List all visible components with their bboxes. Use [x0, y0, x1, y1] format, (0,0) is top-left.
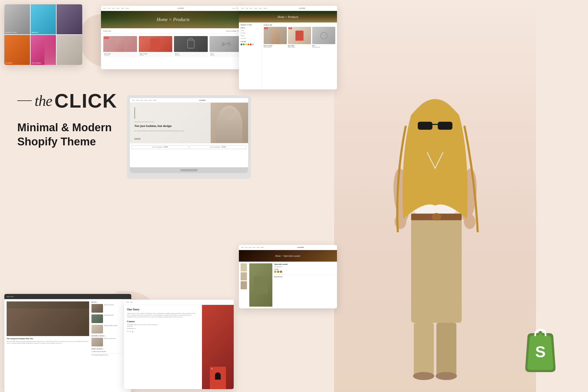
product-card-3: Belt T $110.00: [174, 36, 208, 57]
products-right-breadcrumb: Home > Products: [278, 15, 298, 18]
products-hero: Home > Products: [101, 11, 245, 28]
loyalty-btn-2[interactable]: Join our free loyalty program JOIN NOW: [190, 145, 246, 149]
color-gray: [252, 44, 254, 45]
svg-text:S: S: [535, 343, 546, 360]
product-detail-screenshot: Home Shop Blog Contact Pages Header theC…: [239, 245, 337, 308]
laptop-base: [130, 167, 248, 173]
about-screenshot: Home Shop Our Story "Simple is the best.…: [124, 300, 234, 389]
product-info-3: Belt T $110.00: [174, 52, 208, 57]
pd-color-3: [280, 271, 282, 273]
model-area: [334, 0, 536, 392]
blog-thumb-2: [91, 314, 103, 323]
blogs-section-title: BLOGS ...: [91, 301, 129, 303]
svg-point-3: [432, 213, 441, 221]
product-price-2: $90.00: [140, 55, 171, 56]
pd-nav: Home Shop Blog Contact Pages Header theC…: [239, 245, 337, 250]
hero-headline: Not just fashion, but design: [134, 124, 206, 128]
product-price-4: $85.00: [211, 55, 242, 56]
product-image-3: [174, 36, 208, 52]
products-filters: PRODUCT TYPE Pullovers T-shirts Polo Shi…: [239, 22, 262, 89]
blog-featured-text: Since the 70s stilts and they are going …: [7, 341, 89, 344]
svg-point-16: [436, 372, 457, 380]
grid-item-4: BLAZERS: [4, 35, 30, 65]
pd-color-label: COLOR: [274, 269, 335, 270]
nav-home: Home: [103, 7, 106, 9]
products-sidebar-layout: PRODUCT TYPE Pullovers T-shirts Polo Shi…: [239, 22, 337, 89]
about-social-icons: f t y g: [127, 331, 196, 332]
filter-accessories: Accessories: [241, 37, 260, 39]
color-green-dark: [241, 44, 242, 45]
blog-thumb-1: [91, 304, 103, 313]
loyalty-btn-1[interactable]: Join our free loyalty program JOIN NOW: [132, 145, 188, 149]
nav-header-r: Header: [264, 7, 267, 9]
pd-color-1: [274, 271, 276, 273]
pd-price-3: $110.00 $120.00: [312, 46, 335, 48]
products-count-right: Products (46): [264, 24, 335, 26]
laptop-nav-home: Home: [132, 100, 135, 101]
pd-card-2: SALE Basic T-Shirt $90.00 $100.00: [288, 27, 311, 48]
grid-label-1: KNIVES & TOPS: [5, 32, 17, 33]
related-products-title: Related Products: [274, 275, 335, 277]
nav-pages: Pages: [121, 7, 124, 9]
loyalty-strip: Join our free loyalty program JOIN NOW J…: [130, 143, 248, 151]
blog-content: The Unexpected Summer Piece You Since th…: [4, 299, 131, 392]
nav-blog-r: Blog: [250, 7, 252, 9]
blog-sidebar: BLOGS ... Style tips for summer Fashion …: [91, 301, 129, 390]
product-card-4: Scarf $85.00: [209, 36, 243, 57]
svg-rect-14: [437, 323, 456, 376]
blog-inner: THE STYLE The Unexpected Summer Piece Yo…: [4, 294, 131, 392]
brand-right: theCLICK: [269, 7, 335, 9]
sort-label: Home Ascending: [226, 30, 236, 32]
nav-contact: Contact: [116, 7, 119, 9]
pd-card-3: Belt T $110.00 $120.00: [312, 27, 335, 48]
products-hero-text: Home > Products: [157, 17, 190, 22]
social-facebook: f: [127, 331, 128, 332]
hero-model-image: [211, 103, 248, 143]
laptop-frame: Home Shop Blog Contact Pages Header theC…: [127, 95, 251, 179]
pd-main-image: [249, 263, 272, 307]
pd-product-info: Open-knit sweater $110.00 $135.00 COLOR …: [274, 263, 335, 307]
color-green: [243, 44, 245, 45]
product-price-3: $110.00: [175, 55, 207, 56]
product-card-2: SALE Basic T-Shirt $90.00: [139, 36, 173, 57]
grid-item-6: [57, 35, 82, 65]
pd-thumb-1: [241, 263, 247, 271]
blog-thumb-3: [91, 325, 103, 333]
pd-badge-1: SALE: [264, 27, 268, 29]
brand-section: the CLICK Minimal & Modern Shopify Theme: [17, 89, 117, 149]
blog-featured-title: The Unexpected Summer Piece You: [7, 338, 89, 340]
grid-item-2: DRESSES: [31, 4, 56, 34]
product-info-4: Scarf $85.00: [209, 52, 243, 57]
product-card-1: SALE Basic Shirt $120.00: [103, 36, 137, 57]
about-contact-email: info@theshop.com: [127, 328, 196, 329]
blog-item-ec: Best looks of the season: [91, 338, 129, 346]
filter-pullovers: Pullovers: [241, 27, 260, 29]
about-text-content: Our Story "Simple is the best." they say…: [124, 305, 199, 335]
grid-item-1: KNIVES & TOPS: [4, 4, 30, 34]
pd-hero: Home > Open-knit sweater: [239, 250, 337, 262]
nav-shop-r: Shop: [246, 7, 248, 9]
about-nav: Home Shop: [124, 300, 234, 305]
pd-price-2: $90.00 $100.00: [288, 46, 311, 48]
popular-item-2: The Unexpected Summer Piece You: [91, 354, 129, 356]
brand-the-text: the: [35, 92, 52, 109]
editors-choice-title: Editor's Choice ...: [91, 335, 129, 337]
loyalty-text-1: Join our free loyalty program: [152, 147, 162, 148]
grid-screenshot: KNIVES & TOPS DRESSES BLAZERS POLO SHIRT…: [4, 4, 82, 65]
products-nav-links: Home Shop Blog Contact Pages Header: [103, 7, 129, 9]
popular-post-title: Popular Post ...: [91, 348, 129, 350]
color-swatches: [241, 44, 260, 45]
pd-thumb-3: [241, 281, 247, 289]
product-image-2: SALE: [139, 36, 173, 52]
laptop-container: Home Shop Blog Contact Pages Header theC…: [127, 95, 251, 179]
pd-product-title: Open-knit sweater: [274, 263, 335, 265]
filter-title: PRODUCT TYPE: [241, 24, 260, 26]
model-background: [334, 0, 536, 392]
blog-screenshot: THE STYLE The Unexpected Summer Piece Yo…: [4, 294, 131, 392]
social-twitter: t: [129, 331, 129, 332]
explore-button[interactable]: Explore Now: [134, 138, 141, 139]
products-nav: Home Shop Blog Contact Pages Header theC…: [101, 6, 245, 11]
color-orange: [248, 44, 249, 45]
products-grid: SALE Basic Shirt $120.00 SALE Basic T-Sh…: [101, 34, 245, 59]
pd-color-swatches: [274, 271, 335, 273]
